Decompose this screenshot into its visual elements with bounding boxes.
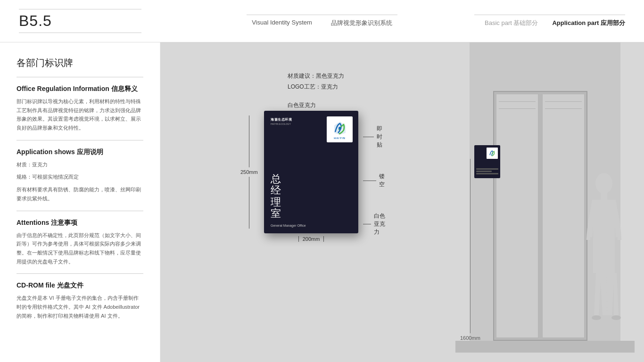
section3-text: 由于信息的不确定性，此页部分规范（如文字大小、间距等）可作为参考使用，具体可根据… [17,231,143,266]
section2-text3: 所有材料要求具有防锈、防腐的能力，喷漆、丝网印刷要求抗紫外线。 [17,185,143,203]
svg-point-4 [592,315,601,320]
svg-point-2 [595,173,612,194]
annotation-cutout: 镂空 [363,173,388,189]
ann-cutout-text: 镂空 [379,173,388,189]
dim-w-line-left [298,236,299,242]
ann-line-1 [363,137,374,137]
header-bottom-line [19,33,141,33]
header-top-line [19,9,141,9]
annotation-immediate: 即时贴 [363,125,388,149]
sign-box: 海茵生态环境 HAIYIN ECOLOGY HAIYIN [264,111,358,233]
sign-company-info: 海茵生态环境 HAIYIN ECOLOGY [271,117,292,125]
door-scene: 1600mm [455,42,635,362]
section4-heading: CD-ROM file 光盘文件 [17,281,143,290]
svg-point-5 [611,315,621,320]
door-panel-left [496,94,538,338]
header-right-line [474,15,625,15]
door-panel-right [542,94,585,338]
door-panel-line-r1 [545,101,582,102]
divider-3 [17,211,143,211]
ann-line-3 [363,224,371,224]
svg-point-1 [339,127,341,130]
brand-label: 品牌视觉形象识别系统 [331,19,392,27]
material-annotations: 材质建议：黑色亚克力 LOGO工艺：亚克力 [288,71,344,92]
floor [455,341,635,353]
application-part-label: Application part 应用部分 [552,19,625,27]
top-header: B5.5 Visual Identity System 品牌视觉形象识别系统 B… [0,0,644,42]
sign-dept-cn-text3: 理 [271,197,282,208]
section3-heading: Attentions 注意事项 [17,219,143,227]
dimension-width: 200mm [264,236,358,242]
header-left: B5.5 [19,9,141,33]
right-panel: 材质建议：黑色亚克力 LOGO工艺：亚克力 白色亚克力 250mm 海茵生态环境… [160,42,644,362]
left-panel: 各部门标识牌 Office Regulation Information 信息释… [0,42,160,362]
header-right: Basic part 基础部分 Application part 应用部分 [474,15,625,27]
dim-line-bottom [249,177,249,229]
ann-white-acrylic-text: 白色亚克力 [374,212,388,236]
dimension-height: 250mm [240,111,258,233]
section-title-main: 各部门标识牌 [17,57,143,69]
page-code: B5.5 [19,12,141,30]
door-panel-line-r2 [545,108,582,109]
sign-dept-cn-text: 总 [271,173,282,185]
height-dimension: 1600mm [460,159,480,341]
door-panel-line-l2 [499,108,536,109]
sign-logo-mark: HAIYIN [327,116,353,142]
section1-heading: Office Regulation Information 信息释义 [17,85,143,93]
ann-line-2 [363,181,376,181]
section2-heading: Application shows 应用说明 [17,148,143,156]
door-frame-outer [493,91,587,341]
sign-company-cn: 海茵生态环境 [271,117,292,122]
vis-label: Visual Identity System [252,19,312,27]
sign-dept-cn-text2: 经 [271,185,282,196]
svg-rect-3 [601,193,607,200]
sign-dept-cn-text4: 室 [271,208,282,219]
door-panel-line-l1 [499,101,536,102]
right-annotations: 即时贴 镂空 白色亚克力 [363,125,388,236]
height-dim-label: 1600mm [460,335,480,341]
sign-logo-text: HAIYIN [334,137,346,140]
section2-text2: 规格：可根据实地情况而定 [17,173,143,181]
sign-dept-cn: 总 经 理 室 [271,173,282,219]
dim-height-label: 250mm [240,169,258,175]
annotation-white-acrylic-bottom: 白色亚克力 [363,212,388,236]
header-center-labels: Visual Identity System 品牌视觉形象识别系统 [252,19,392,27]
section2-text1: 材质：亚克力 [17,160,143,169]
annotation-logo-craft: LOGO工艺：亚克力 [288,82,344,92]
wall-sign-logo-svg [488,149,496,157]
divider-4 [17,273,143,274]
sign-company-en: HAIYIN ECOLOGY [271,123,292,125]
divider-1 [17,77,143,77]
sign-dept-en-text: General Manager Office [271,224,306,227]
main-content: 各部门标识牌 Office Regulation Information 信息释… [0,42,644,362]
dim-width-label: 200mm [303,236,320,242]
height-dim-line [470,159,471,333]
person-svg [583,169,625,339]
divider-2 [17,140,143,140]
header-center: Visual Identity System 品牌视觉形象识别系统 [247,15,397,27]
ann-immediate-text: 即时贴 [377,125,388,149]
header-right-labels: Basic part 基础部分 Application part 应用部分 [485,19,625,27]
header-center-line [247,15,397,15]
basic-part-label: Basic part 基础部分 [485,19,538,27]
section1-text: 部门标识牌以导视为核心元素，利用材料的特性与特殊工艺制作具有品牌视觉特征的铭牌，… [17,97,143,132]
sign-dept-en: General Manager Office [271,220,356,229]
wall-sign-logo [487,148,498,159]
sign-logo-svg [331,120,348,137]
person-silhouette [583,169,625,341]
dim-w-line-right [323,236,324,242]
dim-line-top [249,115,249,167]
white-acrylic-top-label: 白色亚克力 [288,101,316,109]
annotation-material: 材质建议：黑色亚克力 [288,71,344,82]
section4-text: 光盘文件是本 VI 手册电子文件的集合，内含手册制作时的专用软件格式文件。其中 … [17,294,143,320]
sign-diagram-group: 250mm 海茵生态环境 HAIYIN ECOLOGY [264,111,358,242]
